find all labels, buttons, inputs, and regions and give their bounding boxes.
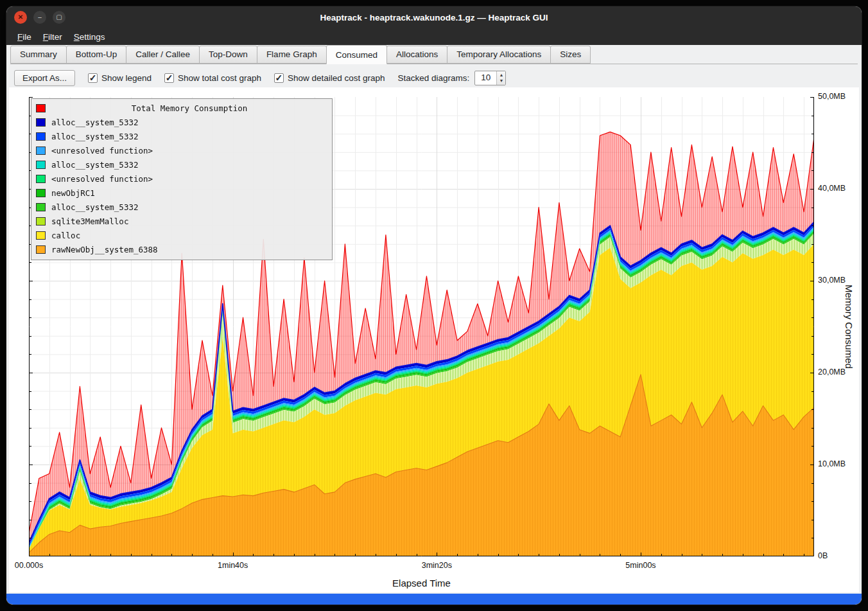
menubar: FileFilterSettings: [6, 28, 862, 45]
window-controls: ✕ – ▢: [14, 11, 65, 24]
x-tick-label: 00.000s: [8, 561, 50, 570]
legend-swatch: [36, 146, 46, 155]
legend-title-row: Total Memory Consumption: [31, 101, 332, 115]
checkbox-label: Show legend: [101, 73, 152, 83]
maximize-icon: ▢: [56, 14, 62, 21]
maximize-button[interactable]: ▢: [53, 11, 65, 24]
toolbar: Export As... ✓Show legend✓Show total cos…: [14, 69, 506, 86]
close-icon: ✕: [18, 14, 23, 21]
legend-item: alloc__system_5332: [31, 129, 332, 143]
y-tick-label: 50,0MB: [818, 92, 846, 101]
legend-item: calloc: [31, 228, 332, 242]
chart-area: 0B10,0MB20,0MB30,0MB40,0MB50,0MB 00.000s…: [9, 87, 859, 592]
legend-item-label: newObjRC1: [51, 188, 95, 198]
tab-consumed[interactable]: Consumed: [326, 45, 387, 64]
legend-item-label: calloc: [51, 231, 80, 240]
checkbox-show-detailed-cost-graph[interactable]: ✓Show detailed cost graph: [274, 73, 385, 83]
toolbar-checkboxes: ✓Show legend✓Show total cost graph✓Show …: [88, 73, 385, 83]
legend-item: alloc__system_5332: [31, 200, 332, 214]
close-button[interactable]: ✕: [14, 11, 27, 24]
tab-caller-callee[interactable]: Caller / Callee: [126, 46, 200, 64]
stacked-diagrams-value[interactable]: 10: [475, 71, 496, 85]
y-tick-label: 30,0MB: [818, 276, 846, 285]
window-title: Heaptrack - heaptrack.wakunode.1.gz — He…: [320, 13, 548, 22]
legend-item: newObjRC1: [31, 186, 332, 200]
legend-swatch: [36, 161, 46, 169]
legend-item-label: <unresolved function>: [51, 146, 153, 155]
x-tick-label: 3min20s: [415, 561, 458, 570]
menu-settings[interactable]: Settings: [68, 30, 111, 44]
legend-swatch: [36, 203, 46, 211]
y-tick-label: 10,0MB: [818, 459, 846, 468]
legend-title: Total Memory Consumption: [51, 103, 327, 113]
legend-swatch: [36, 175, 46, 183]
y-tick-label: 20,0MB: [818, 367, 846, 376]
tab-flame-graph[interactable]: Flame Graph: [257, 46, 327, 64]
titlebar[interactable]: ✕ – ▢ Heaptrack - heaptrack.wakunode.1.g…: [6, 6, 862, 28]
legend-item-label: alloc__system_5332: [51, 132, 138, 141]
legend-swatch: [36, 245, 46, 254]
stacked-diagrams-label: Stacked diagrams:: [398, 73, 470, 83]
legend-item-label: alloc__system_5332: [51, 160, 138, 170]
export-as-button[interactable]: Export As...: [14, 70, 75, 86]
legend-item: <unresolved function>: [31, 143, 332, 157]
stacked-diagrams-control: Stacked diagrams: 10 ▲ ▼: [398, 71, 507, 85]
bottom-status-strip: [6, 594, 862, 605]
stacked-diagrams-spinbox[interactable]: 10 ▲ ▼: [474, 71, 506, 85]
checkbox-show-total-cost-graph[interactable]: ✓Show total cost graph: [164, 73, 261, 83]
spinbox-arrows: ▲ ▼: [496, 71, 505, 85]
legend-item: sqlite3MemMalloc: [31, 214, 332, 228]
tab-allocations[interactable]: Allocations: [386, 46, 447, 64]
chart-legend: Total Memory Consumptionalloc__system_53…: [31, 98, 333, 260]
y-tick-label: 0B: [818, 551, 828, 560]
tab-sizes[interactable]: Sizes: [550, 46, 591, 64]
x-tick-label: 5min00s: [620, 561, 662, 570]
legend-swatch: [36, 217, 46, 226]
checkbox-label: Show total cost graph: [178, 73, 261, 83]
x-axis-title: Elapsed Time: [29, 578, 814, 589]
legend-item: <unresolved function>: [31, 172, 332, 186]
checkbox-box[interactable]: ✓: [164, 73, 174, 83]
checkbox-label: Show detailed cost graph: [288, 73, 385, 83]
desktop-background: ✕ – ▢ Heaptrack - heaptrack.wakunode.1.g…: [0, 0, 868, 611]
heaptrack-window: ✕ – ▢ Heaptrack - heaptrack.wakunode.1.g…: [6, 6, 862, 605]
legend-item: rawNewObj__system_6388: [31, 242, 332, 256]
legend-item: alloc__system_5332: [31, 115, 332, 129]
x-tick-label: 1min40s: [212, 561, 254, 570]
legend-item-label: alloc__system_5332: [51, 118, 138, 127]
legend-item-label: sqlite3MemMalloc: [51, 217, 128, 226]
menu-file[interactable]: File: [12, 30, 37, 44]
checkbox-box[interactable]: ✓: [274, 73, 284, 83]
legend-item: alloc__system_5332: [31, 157, 332, 172]
y-tick-label: 40,0MB: [818, 184, 846, 193]
tab-summary[interactable]: Summary: [10, 46, 67, 64]
spin-down-icon[interactable]: ▼: [499, 78, 503, 84]
tab-temporary-allocations[interactable]: Temporary Allocations: [447, 46, 551, 64]
legend-swatch: [36, 118, 46, 127]
tab-bar: SummaryBottom-UpCaller / CalleeTop-DownF…: [10, 46, 858, 64]
checkbox-box[interactable]: ✓: [88, 73, 98, 83]
minimize-icon: –: [38, 14, 42, 21]
tab-bottom-up[interactable]: Bottom-Up: [66, 46, 127, 64]
y-axis-title: Memory Consumed: [844, 97, 855, 556]
legend-swatch: [36, 231, 46, 240]
spin-up-icon[interactable]: ▲: [499, 72, 503, 78]
legend-swatch: [36, 132, 46, 141]
checkbox-show-legend[interactable]: ✓Show legend: [88, 73, 152, 83]
tab-top-down[interactable]: Top-Down: [199, 46, 257, 64]
legend-item-label: <unresolved function>: [51, 174, 153, 184]
legend-item-label: alloc__system_5332: [51, 202, 138, 212]
menu-filter[interactable]: Filter: [37, 30, 68, 44]
legend-swatch: [36, 104, 46, 112]
legend-item-label: rawNewObj__system_6388: [51, 245, 158, 254]
legend-swatch: [36, 189, 46, 197]
minimize-button[interactable]: –: [33, 11, 46, 24]
